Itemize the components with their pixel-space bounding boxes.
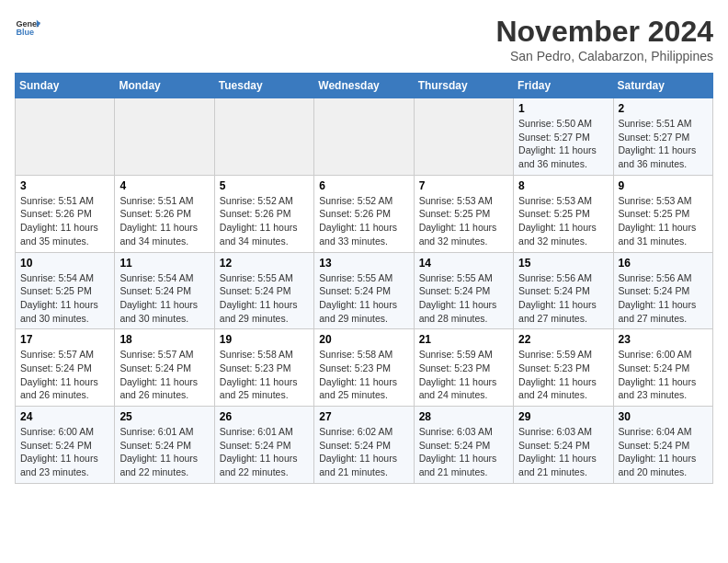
day-number: 17 [20,333,109,346]
day-info: Sunrise: 5:53 AMSunset: 5:25 PMDaylight:… [619,194,708,248]
calendar-week-1: 1Sunrise: 5:50 AMSunset: 5:27 PMDaylight… [16,98,713,176]
day-number: 19 [220,333,309,346]
calendar-header-row: SundayMondayTuesdayWednesdayThursdayFrid… [16,74,713,98]
calendar-cell: 27Sunrise: 6:02 AMSunset: 5:24 PMDayligh… [314,407,414,484]
calendar-cell: 21Sunrise: 5:59 AMSunset: 5:23 PMDayligh… [414,329,513,407]
day-info: Sunrise: 5:58 AMSunset: 5:23 PMDaylight:… [220,348,309,402]
day-number: 1 [518,102,608,115]
day-number: 28 [419,410,508,423]
calendar-week-2: 3Sunrise: 5:51 AMSunset: 5:26 PMDaylight… [16,175,713,252]
location: San Pedro, Calabarzon, Philippines [495,49,713,63]
calendar-cell: 1Sunrise: 5:50 AMSunset: 5:27 PMDaylight… [514,98,613,176]
day-info: Sunrise: 5:57 AMSunset: 5:24 PMDaylight:… [119,348,209,402]
calendar-cell: 26Sunrise: 6:01 AMSunset: 5:24 PMDayligh… [214,407,313,484]
day-number: 8 [518,179,608,192]
day-info: Sunrise: 5:53 AMSunset: 5:25 PMDaylight:… [419,194,508,248]
weekday-header-friday: Friday [514,74,613,98]
calendar-table: SundayMondayTuesdayWednesdayThursdayFrid… [15,73,713,484]
calendar-cell: 13Sunrise: 5:55 AMSunset: 5:24 PMDayligh… [314,252,414,329]
day-number: 10 [20,257,109,270]
calendar-cell: 28Sunrise: 6:03 AMSunset: 5:24 PMDayligh… [414,407,513,484]
calendar-cell: 24Sunrise: 6:00 AMSunset: 5:24 PMDayligh… [16,407,115,484]
calendar-cell: 14Sunrise: 5:55 AMSunset: 5:24 PMDayligh… [414,252,513,329]
day-info: Sunrise: 5:52 AMSunset: 5:26 PMDaylight:… [319,194,408,248]
calendar-cell: 30Sunrise: 6:04 AMSunset: 5:24 PMDayligh… [613,407,712,484]
day-number: 2 [619,102,708,115]
calendar-cell: 7Sunrise: 5:53 AMSunset: 5:25 PMDaylight… [414,175,513,252]
day-number: 20 [319,333,408,346]
calendar-cell [314,98,414,176]
day-number: 24 [20,410,109,423]
day-info: Sunrise: 5:55 AMSunset: 5:24 PMDaylight:… [419,271,508,326]
day-info: Sunrise: 5:51 AMSunset: 5:26 PMDaylight:… [20,194,109,248]
day-info: Sunrise: 5:52 AMSunset: 5:26 PMDaylight:… [220,194,309,248]
day-info: Sunrise: 5:51 AMSunset: 5:26 PMDaylight:… [119,194,209,248]
day-info: Sunrise: 5:58 AMSunset: 5:23 PMDaylight:… [319,348,408,402]
weekday-header-saturday: Saturday [613,74,712,98]
day-number: 14 [419,257,508,270]
day-info: Sunrise: 5:54 AMSunset: 5:24 PMDaylight:… [119,271,209,326]
weekday-header-monday: Monday [115,74,214,98]
calendar-cell: 17Sunrise: 5:57 AMSunset: 5:24 PMDayligh… [16,329,115,407]
day-info: Sunrise: 5:54 AMSunset: 5:25 PMDaylight:… [20,271,109,326]
day-number: 25 [119,410,209,423]
day-info: Sunrise: 5:57 AMSunset: 5:24 PMDaylight:… [20,348,109,402]
day-number: 3 [20,179,109,192]
day-number: 29 [518,410,608,423]
calendar-cell: 4Sunrise: 5:51 AMSunset: 5:26 PMDaylight… [115,175,214,252]
calendar-cell [115,98,214,176]
calendar-week-5: 24Sunrise: 6:00 AMSunset: 5:24 PMDayligh… [16,407,713,484]
page-header: General Blue November 2024 San Pedro, Ca… [15,15,713,63]
calendar-cell: 3Sunrise: 5:51 AMSunset: 5:26 PMDaylight… [16,175,115,252]
logo-icon: General Blue [15,15,40,40]
logo: General Blue [15,15,40,40]
day-info: Sunrise: 6:00 AMSunset: 5:24 PMDaylight:… [20,425,109,479]
calendar-cell: 20Sunrise: 5:58 AMSunset: 5:23 PMDayligh… [314,329,414,407]
day-info: Sunrise: 5:50 AMSunset: 5:27 PMDaylight:… [518,117,608,171]
calendar-cell: 22Sunrise: 5:59 AMSunset: 5:23 PMDayligh… [514,329,613,407]
day-info: Sunrise: 5:55 AMSunset: 5:24 PMDaylight:… [220,271,309,326]
day-number: 15 [518,257,608,270]
day-info: Sunrise: 6:03 AMSunset: 5:24 PMDaylight:… [419,425,508,479]
day-number: 6 [319,179,408,192]
calendar-cell: 2Sunrise: 5:51 AMSunset: 5:27 PMDaylight… [613,98,712,176]
calendar-cell [414,98,513,176]
day-number: 11 [119,257,209,270]
day-info: Sunrise: 6:04 AMSunset: 5:24 PMDaylight:… [619,425,708,479]
weekday-header-thursday: Thursday [414,74,513,98]
calendar-cell: 8Sunrise: 5:53 AMSunset: 5:25 PMDaylight… [514,175,613,252]
calendar-cell: 12Sunrise: 5:55 AMSunset: 5:24 PMDayligh… [214,252,313,329]
day-info: Sunrise: 5:51 AMSunset: 5:27 PMDaylight:… [619,117,708,171]
day-info: Sunrise: 5:56 AMSunset: 5:24 PMDaylight:… [619,271,708,326]
calendar-cell: 29Sunrise: 6:03 AMSunset: 5:24 PMDayligh… [514,407,613,484]
calendar-cell: 9Sunrise: 5:53 AMSunset: 5:25 PMDaylight… [613,175,712,252]
calendar-cell: 11Sunrise: 5:54 AMSunset: 5:24 PMDayligh… [115,252,214,329]
calendar-cell: 15Sunrise: 5:56 AMSunset: 5:24 PMDayligh… [514,252,613,329]
weekday-header-wednesday: Wednesday [314,74,414,98]
day-info: Sunrise: 5:56 AMSunset: 5:24 PMDaylight:… [518,271,608,326]
calendar-week-4: 17Sunrise: 5:57 AMSunset: 5:24 PMDayligh… [16,329,713,407]
calendar-cell: 19Sunrise: 5:58 AMSunset: 5:23 PMDayligh… [214,329,313,407]
weekday-header-sunday: Sunday [16,74,115,98]
day-number: 21 [419,333,508,346]
day-info: Sunrise: 5:55 AMSunset: 5:24 PMDaylight:… [319,271,408,326]
day-number: 12 [220,257,309,270]
day-info: Sunrise: 5:59 AMSunset: 5:23 PMDaylight:… [518,348,608,402]
day-info: Sunrise: 6:01 AMSunset: 5:24 PMDaylight:… [220,425,309,479]
calendar-cell: 18Sunrise: 5:57 AMSunset: 5:24 PMDayligh… [115,329,214,407]
calendar-cell: 23Sunrise: 6:00 AMSunset: 5:24 PMDayligh… [613,329,712,407]
calendar-cell [214,98,313,176]
day-info: Sunrise: 6:03 AMSunset: 5:24 PMDaylight:… [518,425,608,479]
svg-text:Blue: Blue [16,28,34,37]
day-number: 23 [619,333,708,346]
calendar-week-3: 10Sunrise: 5:54 AMSunset: 5:25 PMDayligh… [16,252,713,329]
day-info: Sunrise: 5:53 AMSunset: 5:25 PMDaylight:… [518,194,608,248]
day-info: Sunrise: 5:59 AMSunset: 5:23 PMDaylight:… [419,348,508,402]
day-info: Sunrise: 6:01 AMSunset: 5:24 PMDaylight:… [119,425,209,479]
day-number: 16 [619,257,708,270]
day-number: 26 [220,410,309,423]
day-info: Sunrise: 6:02 AMSunset: 5:24 PMDaylight:… [319,425,408,479]
calendar-cell: 6Sunrise: 5:52 AMSunset: 5:26 PMDaylight… [314,175,414,252]
calendar-cell: 16Sunrise: 5:56 AMSunset: 5:24 PMDayligh… [613,252,712,329]
weekday-header-tuesday: Tuesday [214,74,313,98]
